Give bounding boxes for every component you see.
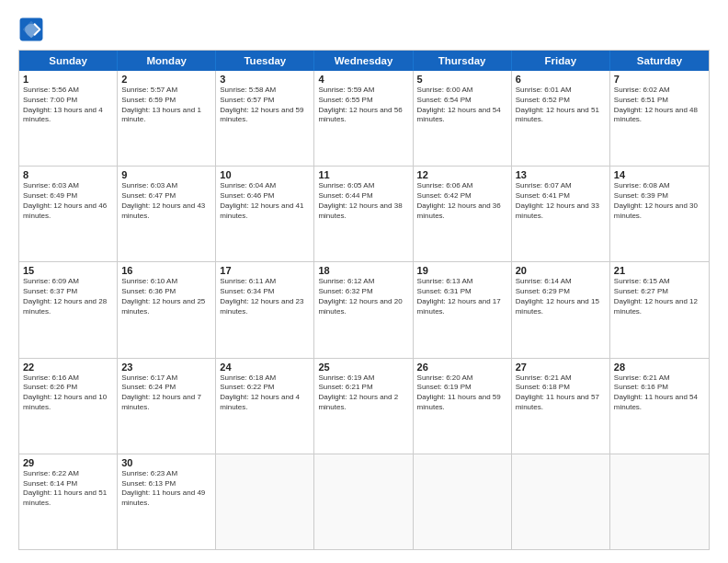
cell-info: Sunrise: 6:06 AM Sunset: 6:42 PM Dayligh…: [417, 181, 507, 221]
day-number: 19: [417, 265, 507, 276]
week-row-3: 22Sunrise: 6:16 AM Sunset: 6:26 PM Dayli…: [19, 359, 709, 454]
cal-cell-0-6: 7Sunrise: 6:02 AM Sunset: 6:51 PM Daylig…: [610, 71, 709, 166]
cal-cell-3-0: 22Sunrise: 6:16 AM Sunset: 6:26 PM Dayli…: [19, 359, 118, 454]
cell-info: Sunrise: 6:20 AM Sunset: 6:19 PM Dayligh…: [417, 373, 507, 413]
cal-cell-4-6: [610, 454, 709, 549]
day-number: 11: [318, 169, 408, 180]
day-number: 2: [121, 74, 211, 85]
cell-info: Sunrise: 6:10 AM Sunset: 6:36 PM Dayligh…: [121, 277, 211, 316]
cell-info: Sunrise: 6:14 AM Sunset: 6:29 PM Dayligh…: [516, 277, 606, 316]
day-number: 30: [121, 457, 211, 468]
cal-cell-2-4: 19Sunrise: 6:13 AM Sunset: 6:31 PM Dayli…: [414, 262, 512, 357]
cal-cell-3-1: 23Sunrise: 6:17 AM Sunset: 6:24 PM Dayli…: [118, 359, 216, 454]
day-number: 28: [614, 362, 705, 373]
day-number: 12: [417, 169, 507, 180]
cell-info: Sunrise: 6:18 AM Sunset: 6:22 PM Dayligh…: [220, 373, 310, 413]
logo-icon: [18, 17, 44, 42]
week-row-2: 15Sunrise: 6:09 AM Sunset: 6:37 PM Dayli…: [19, 262, 709, 358]
cal-cell-1-5: 13Sunrise: 6:07 AM Sunset: 6:41 PM Dayli…: [512, 167, 610, 261]
calendar-body: 1Sunrise: 5:56 AM Sunset: 7:00 PM Daylig…: [19, 71, 709, 549]
cell-info: Sunrise: 6:01 AM Sunset: 6:52 PM Dayligh…: [516, 86, 606, 125]
cell-info: Sunrise: 6:07 AM Sunset: 6:41 PM Dayligh…: [516, 181, 606, 221]
day-number: 3: [220, 74, 310, 85]
cell-info: Sunrise: 6:11 AM Sunset: 6:34 PM Dayligh…: [220, 277, 310, 316]
day-number: 21: [614, 265, 705, 276]
day-number: 20: [516, 265, 606, 276]
cal-cell-2-0: 15Sunrise: 6:09 AM Sunset: 6:37 PM Dayli…: [19, 262, 118, 357]
cell-info: Sunrise: 6:21 AM Sunset: 6:18 PM Dayligh…: [516, 373, 606, 413]
cal-cell-1-1: 9Sunrise: 6:03 AM Sunset: 6:47 PM Daylig…: [118, 167, 216, 261]
calendar-header: Sunday Monday Tuesday Wednesday Thursday…: [19, 51, 709, 71]
day-number: 27: [516, 362, 606, 373]
cal-cell-4-2: [216, 454, 314, 549]
week-row-1: 8Sunrise: 6:03 AM Sunset: 6:49 PM Daylig…: [19, 167, 709, 262]
day-number: 14: [614, 169, 705, 180]
day-number: 9: [121, 169, 211, 180]
cal-cell-3-2: 24Sunrise: 6:18 AM Sunset: 6:22 PM Dayli…: [216, 359, 314, 454]
cal-cell-1-2: 10Sunrise: 6:04 AM Sunset: 6:46 PM Dayli…: [216, 167, 314, 261]
cal-cell-0-1: 2Sunrise: 5:57 AM Sunset: 6:59 PM Daylig…: [118, 71, 216, 166]
cal-cell-4-3: [314, 454, 413, 549]
header-wednesday: Wednesday: [314, 51, 413, 71]
day-number: 4: [318, 74, 408, 85]
cell-info: Sunrise: 5:58 AM Sunset: 6:57 PM Dayligh…: [220, 86, 310, 125]
cal-cell-0-2: 3Sunrise: 5:58 AM Sunset: 6:57 PM Daylig…: [216, 71, 314, 166]
cal-cell-3-6: 28Sunrise: 6:21 AM Sunset: 6:16 PM Dayli…: [610, 359, 709, 454]
cal-cell-0-5: 6Sunrise: 6:01 AM Sunset: 6:52 PM Daylig…: [512, 71, 610, 166]
cell-info: Sunrise: 6:19 AM Sunset: 6:21 PM Dayligh…: [318, 373, 408, 413]
week-row-4: 29Sunrise: 6:22 AM Sunset: 6:14 PM Dayli…: [19, 454, 709, 549]
day-number: 13: [516, 169, 606, 180]
day-number: 17: [220, 265, 310, 276]
cell-info: Sunrise: 6:12 AM Sunset: 6:32 PM Dayligh…: [318, 277, 408, 316]
day-number: 7: [614, 74, 705, 85]
cell-info: Sunrise: 6:05 AM Sunset: 6:44 PM Dayligh…: [318, 181, 408, 221]
header-friday: Friday: [512, 51, 610, 71]
day-number: 23: [121, 362, 211, 373]
day-number: 18: [318, 265, 408, 276]
cal-cell-3-4: 26Sunrise: 6:20 AM Sunset: 6:19 PM Dayli…: [414, 359, 512, 454]
header-sunday: Sunday: [19, 51, 118, 71]
day-number: 24: [220, 362, 310, 373]
day-number: 29: [23, 457, 113, 468]
cell-info: Sunrise: 6:16 AM Sunset: 6:26 PM Dayligh…: [23, 373, 113, 413]
cell-info: Sunrise: 6:09 AM Sunset: 6:37 PM Dayligh…: [23, 277, 113, 316]
cal-cell-4-0: 29Sunrise: 6:22 AM Sunset: 6:14 PM Dayli…: [19, 454, 118, 549]
day-number: 10: [220, 169, 310, 180]
cell-info: Sunrise: 5:59 AM Sunset: 6:55 PM Dayligh…: [318, 86, 408, 125]
cal-cell-2-6: 21Sunrise: 6:15 AM Sunset: 6:27 PM Dayli…: [610, 262, 709, 357]
logo: [18, 17, 48, 42]
day-number: 5: [417, 74, 507, 85]
cal-cell-1-3: 11Sunrise: 6:05 AM Sunset: 6:44 PM Dayli…: [314, 167, 413, 261]
page: Sunday Monday Tuesday Wednesday Thursday…: [0, 0, 728, 563]
day-number: 26: [417, 362, 507, 373]
cal-cell-2-5: 20Sunrise: 6:14 AM Sunset: 6:29 PM Dayli…: [512, 262, 610, 357]
cal-cell-0-3: 4Sunrise: 5:59 AM Sunset: 6:55 PM Daylig…: [314, 71, 413, 166]
cell-info: Sunrise: 6:22 AM Sunset: 6:14 PM Dayligh…: [23, 469, 113, 509]
cal-cell-3-3: 25Sunrise: 6:19 AM Sunset: 6:21 PM Dayli…: [314, 359, 413, 454]
cal-cell-2-2: 17Sunrise: 6:11 AM Sunset: 6:34 PM Dayli…: [216, 262, 314, 357]
cell-info: Sunrise: 6:08 AM Sunset: 6:39 PM Dayligh…: [614, 181, 705, 221]
day-number: 6: [516, 74, 606, 85]
cell-info: Sunrise: 6:17 AM Sunset: 6:24 PM Dayligh…: [121, 373, 211, 413]
header-tuesday: Tuesday: [216, 51, 314, 71]
header-thursday: Thursday: [414, 51, 512, 71]
cal-cell-2-1: 16Sunrise: 6:10 AM Sunset: 6:36 PM Dayli…: [118, 262, 216, 357]
cell-info: Sunrise: 6:04 AM Sunset: 6:46 PM Dayligh…: [220, 181, 310, 221]
cell-info: Sunrise: 6:03 AM Sunset: 6:47 PM Dayligh…: [121, 181, 211, 221]
cal-cell-1-4: 12Sunrise: 6:06 AM Sunset: 6:42 PM Dayli…: [414, 167, 512, 261]
calendar: Sunday Monday Tuesday Wednesday Thursday…: [18, 50, 710, 550]
header-monday: Monday: [118, 51, 216, 71]
header: [18, 17, 710, 42]
cell-info: Sunrise: 6:00 AM Sunset: 6:54 PM Dayligh…: [417, 86, 507, 125]
day-number: 15: [23, 265, 113, 276]
day-number: 25: [318, 362, 408, 373]
cell-info: Sunrise: 6:02 AM Sunset: 6:51 PM Dayligh…: [614, 86, 705, 125]
cal-cell-4-1: 30Sunrise: 6:23 AM Sunset: 6:13 PM Dayli…: [118, 454, 216, 549]
cell-info: Sunrise: 6:21 AM Sunset: 6:16 PM Dayligh…: [614, 373, 705, 413]
cal-cell-3-5: 27Sunrise: 6:21 AM Sunset: 6:18 PM Dayli…: [512, 359, 610, 454]
cell-info: Sunrise: 6:23 AM Sunset: 6:13 PM Dayligh…: [121, 469, 211, 509]
cell-info: Sunrise: 5:57 AM Sunset: 6:59 PM Dayligh…: [121, 86, 211, 125]
cell-info: Sunrise: 6:13 AM Sunset: 6:31 PM Dayligh…: [417, 277, 507, 316]
cal-cell-2-3: 18Sunrise: 6:12 AM Sunset: 6:32 PM Dayli…: [314, 262, 413, 357]
day-number: 16: [121, 265, 211, 276]
